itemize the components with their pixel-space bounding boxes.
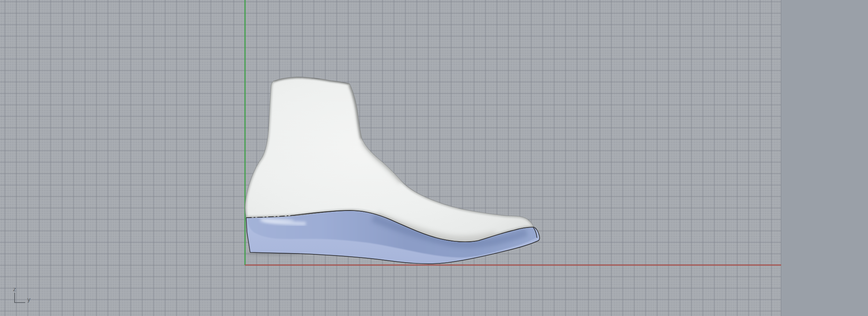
- viewport-canvas[interactable]: z y: [0, 0, 868, 316]
- gizmo-z-label: z: [13, 286, 16, 292]
- rhino-viewport[interactable]: z y: [0, 0, 868, 316]
- gizmo-y-label: y: [27, 296, 30, 303]
- grid-plane: [0, 0, 781, 316]
